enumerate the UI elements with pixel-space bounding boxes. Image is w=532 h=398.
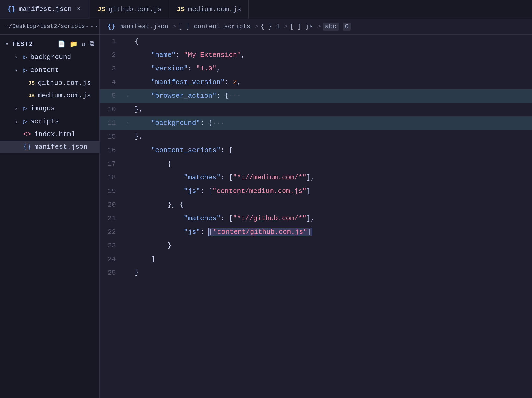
code-line-24: 24 ] (100, 252, 532, 266)
sidebar-item-medium-js[interactable]: JSmedium.com.js (0, 89, 99, 102)
sidebar-header: ~/Desktop/test2/scripts ··· (0, 19, 99, 35)
code-line-1: 1{ (100, 35, 532, 48)
code-editor[interactable]: 1{2 "name": "My Extension",3 "version": … (100, 35, 532, 398)
folder-icon: ▷ (23, 104, 27, 113)
line-number: 17 (100, 157, 123, 171)
tab-github-js[interactable]: JSgithub.com.js (90, 0, 169, 19)
line-content: { (133, 35, 532, 48)
code-line-10: 10}, (100, 103, 532, 116)
code-line-16: 16 "content_scripts": [ (100, 143, 532, 157)
sidebar-item-index-html[interactable]: <>index.html (0, 128, 99, 141)
sidebar-item-content[interactable]: ▾▷content (0, 64, 99, 77)
html-file-icon: <> (23, 130, 31, 138)
code-line-2: 2 "name": "My Extension", (100, 48, 532, 62)
line-content: "background": {··· (133, 116, 532, 130)
root-icons: 📄 📁 ↺ ⧉ (58, 40, 94, 48)
line-number: 16 (100, 143, 123, 157)
tab-manifest-json[interactable]: {}manifest.json× (0, 0, 90, 19)
line-number: 24 (100, 252, 123, 266)
line-number: 21 (100, 212, 123, 225)
bc-abc: abc (323, 23, 339, 31)
json-icon: {} (7, 5, 15, 13)
line-number: 23 (100, 239, 123, 252)
line-number: 18 (100, 171, 123, 184)
editor-area: {} manifest.json >[ ] content_scripts >{… (100, 19, 532, 398)
line-number: 3 (100, 62, 123, 75)
bc-sep1: > (172, 23, 176, 30)
bc-sep4: > (317, 23, 321, 30)
fold-arrow[interactable]: › (123, 89, 133, 103)
line-content: "browser_action": {··· (133, 89, 532, 103)
bc-content-scripts: content_scripts (194, 23, 251, 30)
line-content: } (133, 266, 532, 280)
sidebar: ~/Desktop/test2/scripts ··· ▾ TEST2 📄 📁 … (0, 19, 100, 398)
line-number: 22 (100, 225, 123, 239)
sidebar-item-github-js[interactable]: JSgithub.com.js (0, 77, 99, 89)
tree-item-label: manifest.json (34, 143, 88, 151)
line-content: }, { (133, 198, 532, 212)
sidebar-item-background[interactable]: ›▷background (0, 51, 99, 64)
root-label: TEST2 (12, 41, 33, 48)
line-number: 11 (100, 116, 123, 130)
new-file-icon[interactable]: 📄 (58, 40, 66, 48)
main-layout: ~/Desktop/test2/scripts ··· ▾ TEST2 📄 📁 … (0, 19, 532, 398)
chevron-right-icon: › (15, 54, 20, 60)
fold-arrow-icon[interactable]: › (126, 89, 129, 103)
sidebar-root[interactable]: ▾ TEST2 📄 📁 ↺ ⧉ (0, 38, 99, 51)
tab-label: github.com.js (108, 5, 162, 13)
code-line-17: 17 { (100, 157, 532, 171)
sidebar-item-scripts[interactable]: ›▷scripts (0, 115, 99, 128)
tree-item-label: medium.com.js (38, 92, 91, 100)
js-icon: JS (97, 5, 105, 13)
line-content: }, (133, 130, 532, 143)
collapse-icon[interactable]: ⧉ (90, 40, 94, 48)
sidebar-dots[interactable]: ··· (85, 23, 100, 31)
tab-close-button[interactable]: × (75, 5, 82, 13)
js-file-icon: JS (28, 93, 35, 99)
sidebar-item-manifest-json[interactable]: {}manifest.json (0, 141, 99, 153)
tree-item-label: github.com.js (38, 79, 91, 87)
code-line-18: 18 "matches": ["*://medium.com/*"], (100, 171, 532, 184)
line-content: "matches": ["*://medium.com/*"], (133, 171, 532, 184)
bc-js: js (305, 23, 313, 30)
sidebar-tree: ▾ TEST2 📄 📁 ↺ ⧉ ›▷background▾▷contentJSg… (0, 35, 99, 398)
code-line-21: 21 "matches": ["*://github.com/*"], (100, 212, 532, 225)
code-line-19: 19 "js": ["content/medium.com.js"] (100, 184, 532, 198)
tree-item-label: background (30, 53, 71, 61)
fold-arrow[interactable]: › (123, 116, 133, 130)
code-line-15: 15}, (100, 130, 532, 143)
folder-icon: ▷ (23, 53, 27, 61)
code-line-5: 5› "browser_action": {··· (100, 89, 532, 103)
line-number: 19 (100, 184, 123, 198)
tab-label: manifest.json (19, 5, 72, 13)
line-content: "name": "My Extension", (133, 48, 532, 62)
bc-json-icon: {} (107, 23, 115, 30)
line-content: "matches": ["*://github.com/*"], (133, 212, 532, 225)
sidebar-item-images[interactable]: ›▷images (0, 102, 99, 115)
bc-obj-icon: { } (260, 23, 272, 30)
fold-arrow-icon[interactable]: › (126, 116, 129, 130)
tab-medium-js[interactable]: JSmedium.com.js (169, 0, 249, 19)
bc-0: 0 (343, 23, 351, 31)
code-line-20: 20 }, { (100, 198, 532, 212)
chevron-right-icon: › (15, 106, 20, 112)
js-file-icon: JS (28, 80, 35, 86)
tree-item-label: index.html (34, 130, 75, 138)
line-content: "manifest_version": 2, (133, 75, 532, 89)
tab-bar: {}manifest.json×JSgithub.com.jsJSmedium.… (0, 0, 532, 19)
line-number: 25 (100, 266, 123, 280)
line-content: "version": "1.0", (133, 62, 532, 75)
line-number: 10 (100, 103, 123, 116)
new-folder-icon[interactable]: 📁 (70, 40, 78, 48)
line-number: 4 (100, 75, 123, 89)
json-file-icon: {} (23, 143, 31, 151)
line-content: { (133, 157, 532, 171)
line-number: 1 (100, 35, 123, 48)
tab-label: medium.com.js (188, 5, 241, 13)
sidebar-path: ~/Desktop/test2/scripts (5, 23, 85, 30)
js-icon: JS (177, 5, 185, 13)
chevron-down-icon: ▾ (15, 67, 20, 74)
refresh-icon[interactable]: ↺ (82, 40, 85, 48)
bc-arr-icon: [ ] (178, 23, 189, 30)
line-content: "js": ["content/github.com.js"] (133, 225, 532, 239)
